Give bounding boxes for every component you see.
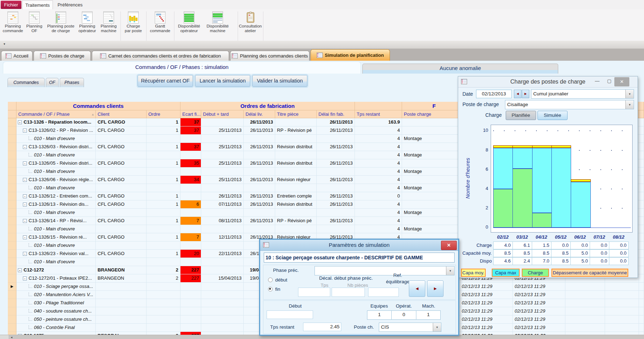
prev-phase-button[interactable]: ◀ (409, 280, 425, 297)
row-selector[interactable] (8, 217, 16, 225)
row-selector[interactable] (8, 291, 16, 299)
ribbon-button-gantt-commande[interactable]: Gantt commande (147, 11, 173, 44)
tab-anomalies-header[interactable]: Aucune anomalie (362, 64, 558, 74)
tps-input[interactable] (298, 288, 330, 297)
row-selector[interactable] (8, 176, 16, 184)
tree-expand-icon[interactable]: - (23, 203, 27, 206)
date-next-button[interactable]: ▶ (522, 90, 529, 98)
row-selector[interactable] (8, 299, 16, 307)
row-selector[interactable] (8, 168, 16, 176)
doc-tab-1[interactable]: Postes de charge (34, 51, 91, 61)
poste-de-charge-select[interactable]: Cisaillage▾ (505, 100, 634, 109)
ribbon-collapse-bar[interactable]: ▾ (0, 41, 644, 49)
row-selector[interactable] (8, 118, 16, 126)
tree-expand-icon[interactable]: - (23, 161, 27, 165)
tree-expand-icon[interactable]: - (18, 268, 22, 272)
ribbon-button-disponibilite-operateur[interactable]: Disponibilité opérateur (175, 11, 203, 44)
mach-input[interactable]: 1 (416, 310, 441, 320)
tree-expand-icon[interactable]: - (23, 129, 27, 133)
legend-3[interactable]: Dépassement de capacité moyenne (551, 269, 628, 277)
doc-tab-3[interactable]: Planning des commandes clients (230, 51, 309, 61)
row-selector[interactable] (8, 274, 16, 283)
row-selector[interactable] (8, 250, 16, 258)
tps-restant-input[interactable]: 2.45 (303, 323, 341, 331)
row-selector[interactable] (8, 307, 16, 315)
chevron-down-icon[interactable]: ▾ (625, 100, 634, 109)
column-header-9[interactable]: Poste charge (402, 110, 460, 118)
menu-fichier[interactable]: Fichier (1, 1, 21, 9)
column-header-8[interactable]: Tps restant (355, 110, 402, 118)
chevron-down-icon[interactable]: ▾ (4, 42, 5, 46)
row-selector[interactable] (8, 332, 16, 335)
row-selector[interactable] (8, 225, 16, 233)
column-header-2[interactable]: Ordre (147, 110, 180, 118)
tab-simulation-header[interactable]: Commandes / OF / Phases : simulation (3, 61, 361, 74)
ribbon-button-consultation-atelier[interactable]: Consultation atelier (238, 11, 262, 44)
planifiee-toggle[interactable]: Planifiée (506, 111, 536, 120)
ribbon-button-planning-commande[interactable]: Planning commande (1, 11, 24, 44)
action-button-0[interactable]: Récupérer carnet OF (138, 75, 193, 87)
column-header-1[interactable]: Client (96, 110, 147, 118)
tree-expand-icon[interactable]: - (23, 235, 27, 239)
view-tab-of[interactable]: OF (46, 78, 59, 87)
doc-tab-simulation[interactable]: Simulation de planification (311, 49, 390, 61)
column-header-4[interactable]: Début + tard (201, 110, 244, 118)
column-header-0[interactable]: Commande / OF / Phase▵ (16, 110, 96, 118)
ref-equilibrage-input[interactable] (368, 288, 399, 297)
row-selector[interactable] (8, 233, 16, 241)
sort-icon[interactable]: ▵ (92, 110, 94, 118)
view-tab-phases[interactable]: Phases (60, 78, 84, 87)
ribbon-button-disponibilite-machine[interactable]: Disponibilité machine (203, 11, 232, 44)
poste-ch-select[interactable]: CIS▾ (379, 323, 441, 332)
column-header-3[interactable]: Ecart fi... (180, 110, 201, 118)
row-selector[interactable]: ▶ (8, 283, 16, 291)
date-prev-button[interactable]: ◀ (514, 90, 521, 98)
radio-debut[interactable] (268, 278, 273, 282)
row-selector[interactable] (8, 315, 16, 324)
doc-tab-0[interactable]: Accueil (1, 51, 33, 61)
row-selector[interactable] (8, 266, 16, 274)
action-button-1[interactable]: Lancer la simulation (195, 75, 250, 87)
row-selector[interactable] (8, 258, 16, 266)
ribbon-button-planning-of[interactable]: Planning OF (24, 11, 44, 44)
debut-input[interactable] (267, 310, 313, 319)
tree-expand-icon[interactable]: - (18, 120, 22, 124)
simulee-toggle[interactable]: Simulée (538, 111, 568, 120)
operat-input[interactable]: 0 (391, 310, 416, 320)
chevron-down-icon[interactable]: ▾ (446, 266, 454, 275)
tree-expand-icon[interactable]: - (23, 276, 27, 280)
view-tab-commandes[interactable]: Commandes (8, 78, 45, 87)
dialog-titlebar[interactable]: Paramètres de simulation ✕ (260, 240, 458, 251)
charge-window-titlebar[interactable]: Charge des postes de charge — ▢ ✕ (458, 76, 638, 88)
tree-expand-icon[interactable]: - (23, 178, 27, 182)
ribbon-button-planning-poste[interactable]: Planning poste de charge (44, 11, 77, 44)
close-icon[interactable]: ✕ (441, 241, 457, 250)
column-header-5[interactable]: Délai liv. (244, 110, 275, 118)
row-selector[interactable] (8, 241, 16, 250)
ribbon-button-charge-par-poste[interactable]: Charge par poste (121, 11, 145, 44)
column-header-6[interactable]: Titre pièce (275, 110, 317, 118)
row-selector[interactable] (8, 126, 16, 135)
action-button-2[interactable]: Valider la simulation (252, 75, 307, 87)
doc-tab-2[interactable]: Carnet des commandes clients et ordres d… (92, 51, 229, 61)
legend-0[interactable]: Capa moy. (461, 269, 486, 277)
scroll-left-arrow-icon[interactable]: ◂ (11, 335, 13, 339)
row-selector[interactable] (8, 184, 16, 192)
equipes-input[interactable]: 1 (367, 310, 392, 320)
row-selector[interactable] (8, 192, 16, 200)
menu-traitements[interactable]: Traitements (22, 0, 53, 10)
radio-fin-label[interactable]: fin (275, 286, 280, 292)
row-selector[interactable] (8, 324, 16, 332)
ribbon-button-planning-machine[interactable]: Planning machine (97, 11, 120, 44)
ribbon-button-planning-operateur[interactable]: Planning opérateur (77, 11, 97, 44)
column-header-7[interactable]: Délai fin fab. (317, 110, 355, 118)
minimize-icon[interactable]: — (592, 76, 603, 86)
chevron-down-icon[interactable]: ▾ (625, 90, 634, 98)
row-selector[interactable] (8, 159, 16, 168)
nb-pieces-input[interactable] (332, 288, 365, 297)
row-selector[interactable] (8, 151, 16, 159)
maximize-icon[interactable]: ▢ (604, 76, 615, 86)
tree-expand-icon[interactable]: - (23, 219, 27, 223)
row-selector[interactable] (8, 135, 16, 143)
radio-fin[interactable] (268, 287, 273, 291)
